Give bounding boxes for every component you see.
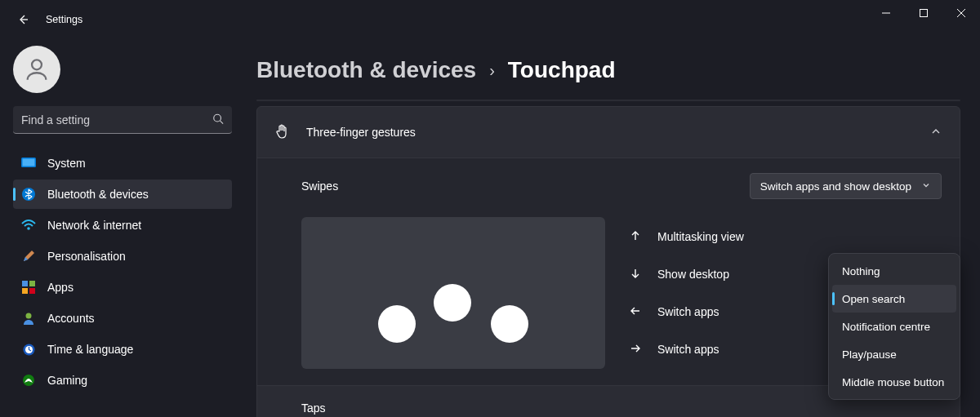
bluetooth-icon [21, 187, 36, 202]
close-icon [957, 9, 965, 17]
breadcrumb-parent[interactable]: Bluetooth & devices [256, 57, 476, 83]
swipes-dropdown[interactable]: Switch apps and show desktop [750, 173, 942, 199]
minimize-icon [882, 9, 890, 17]
section-title: Three-finger gestures [306, 126, 416, 139]
person-icon [23, 55, 51, 83]
breadcrumb-current: Touchpad [508, 57, 616, 83]
search-input[interactable] [13, 106, 232, 134]
svg-rect-14 [29, 288, 35, 294]
minimize-button[interactable] [867, 0, 905, 26]
svg-rect-11 [22, 281, 28, 286]
arrow-up-icon [628, 230, 643, 244]
svg-point-5 [214, 114, 221, 122]
gesture-label: Multitasking view [657, 230, 744, 243]
back-button[interactable] [7, 3, 39, 36]
maximize-icon [920, 9, 928, 17]
panel-strip [256, 100, 960, 101]
finger-dot [491, 305, 528, 343]
menu-item-open-search[interactable]: Open search [832, 285, 956, 313]
gesture-label: Switch apps [657, 343, 719, 356]
sidebar-item-apps[interactable]: Apps [13, 273, 232, 302]
svg-rect-8 [23, 159, 35, 166]
close-button[interactable] [942, 0, 980, 26]
chevron-right-icon: › [489, 61, 495, 80]
svg-point-4 [32, 60, 42, 69]
menu-item-play-pause[interactable]: Play/pause [832, 340, 956, 368]
swipes-label: Swipes [301, 180, 338, 193]
sidebar-item-system[interactable]: System [13, 149, 232, 178]
menu-item-notification-centre[interactable]: Notification centre [832, 313, 956, 340]
context-menu: Nothing Open search Notification centre … [828, 253, 960, 400]
sidebar-item-label: Bluetooth & devices [47, 188, 149, 201]
hand-icon [275, 123, 290, 142]
taps-label: Taps [301, 401, 326, 415]
gesture-label: Switch apps [657, 305, 719, 318]
accounts-icon [21, 311, 36, 326]
svg-rect-12 [29, 281, 35, 286]
sidebar-item-label: Network & internet [47, 219, 141, 232]
display-icon [21, 156, 36, 171]
finger-dot [434, 284, 471, 322]
sidebar-item-label: Accounts [47, 312, 95, 325]
arrow-right-icon [628, 343, 643, 357]
clock-globe-icon [21, 342, 36, 357]
apps-icon [21, 280, 36, 295]
paintbrush-icon [21, 249, 36, 264]
breadcrumb: Bluetooth & devices › Touchpad [256, 57, 960, 83]
sidebar-item-label: Time & language [47, 343, 133, 356]
sidebar-item-label: Apps [47, 281, 74, 294]
svg-line-6 [220, 121, 224, 124]
arrow-left-icon [16, 13, 29, 26]
sidebar-item-accounts[interactable]: Accounts [13, 304, 232, 333]
maximize-button[interactable] [905, 0, 942, 26]
finger-dot [378, 305, 416, 343]
svg-point-10 [27, 227, 30, 230]
sidebar-item-bluetooth-devices[interactable]: Bluetooth & devices [13, 180, 232, 209]
sidebar-item-time-language[interactable]: Time & language [13, 335, 232, 364]
arrow-down-icon [628, 268, 643, 282]
sidebar-item-personalisation[interactable]: Personalisation [13, 242, 232, 271]
gaming-icon [21, 373, 36, 388]
user-avatar[interactable] [13, 46, 60, 93]
arrow-left-icon [628, 305, 643, 319]
svg-rect-1 [920, 10, 928, 17]
chevron-down-icon [921, 180, 931, 193]
menu-item-nothing[interactable]: Nothing [832, 257, 956, 285]
gesture-up-row[interactable]: Multitasking view [628, 220, 942, 253]
three-finger-gestures-header[interactable]: Three-finger gestures [257, 107, 960, 157]
sidebar-item-network[interactable]: Network & internet [13, 211, 232, 240]
search-icon [212, 113, 224, 127]
sidebar-item-label: System [47, 157, 86, 170]
sidebar-item-label: Personalisation [47, 250, 126, 263]
gesture-label: Show desktop [657, 268, 729, 281]
dropdown-value: Switch apps and show desktop [760, 180, 911, 193]
svg-point-15 [26, 313, 32, 319]
touchpad-preview [301, 217, 605, 369]
sidebar-item-gaming[interactable]: Gaming [13, 366, 232, 395]
svg-rect-13 [22, 288, 28, 294]
sidebar-item-label: Gaming [47, 374, 87, 387]
wifi-icon [21, 218, 36, 233]
app-title: Settings [46, 14, 82, 25]
chevron-up-icon [930, 126, 942, 140]
menu-item-middle-mouse[interactable]: Middle mouse button [832, 368, 956, 396]
